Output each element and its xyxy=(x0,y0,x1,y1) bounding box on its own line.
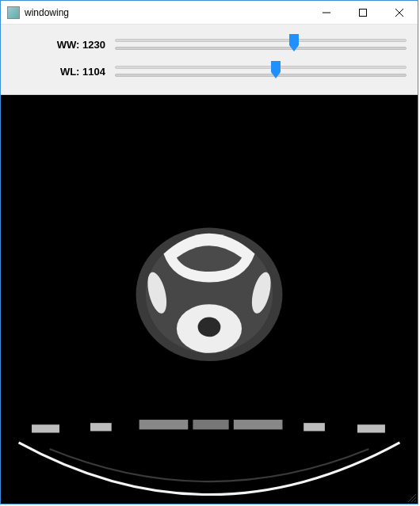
ww-row: WW: 1230 xyxy=(12,31,407,58)
wl-slider-thumb[interactable] xyxy=(271,61,281,78)
close-button[interactable] xyxy=(381,1,418,25)
svg-rect-14 xyxy=(193,420,228,429)
titlebar[interactable]: windowing xyxy=(1,1,418,25)
ww-value-text: 1230 xyxy=(82,39,105,51)
svg-rect-11 xyxy=(32,424,59,432)
resize-grip-icon[interactable] xyxy=(407,493,416,502)
wl-label: WL: 1104 xyxy=(12,66,115,78)
svg-line-20 xyxy=(414,500,416,502)
ct-slice-image xyxy=(1,95,418,504)
ww-track-shadow xyxy=(115,47,407,50)
wl-track xyxy=(115,66,407,69)
wl-row: WL: 1104 xyxy=(12,58,407,85)
ww-label-prefix: WW: xyxy=(57,39,80,51)
maximize-button[interactable] xyxy=(345,1,381,25)
svg-rect-12 xyxy=(90,423,112,431)
svg-rect-16 xyxy=(304,423,325,431)
minimize-button[interactable] xyxy=(308,1,345,25)
ww-label: WW: 1230 xyxy=(12,39,115,51)
svg-rect-17 xyxy=(357,424,385,432)
wl-slider[interactable] xyxy=(115,63,407,80)
ww-track xyxy=(115,39,407,42)
wl-track-shadow xyxy=(115,74,407,77)
wl-value-text: 1104 xyxy=(82,66,105,78)
svg-rect-13 xyxy=(139,420,189,429)
app-icon xyxy=(7,6,20,19)
app-window: windowing WW: 1230 xyxy=(0,0,418,504)
slider-panel: WW: 1230 WL: 1104 xyxy=(1,25,418,95)
image-viewport[interactable] xyxy=(1,95,418,504)
svg-rect-1 xyxy=(360,9,367,16)
svg-rect-15 xyxy=(234,420,283,429)
window-title: windowing xyxy=(25,7,308,18)
ww-slider[interactable] xyxy=(115,36,407,53)
wl-label-prefix: WL: xyxy=(60,66,80,78)
ww-slider-thumb[interactable] xyxy=(289,34,299,51)
svg-point-8 xyxy=(198,318,221,337)
